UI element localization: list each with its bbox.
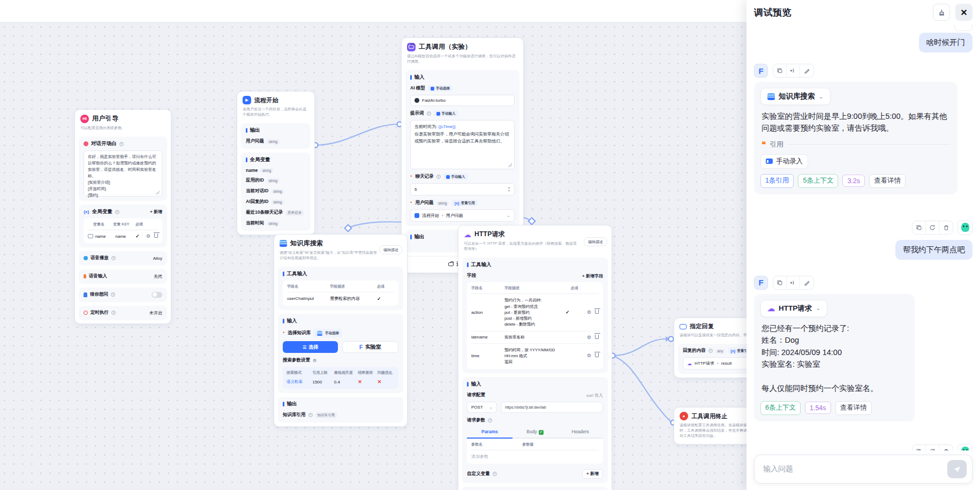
view-detail-button[interactable]: 查看详情 bbox=[869, 174, 906, 188]
search-params-row: 语义检索 1500 0.4 ✕ ✕ bbox=[287, 378, 395, 388]
add-field-button[interactable]: + 新增字段 bbox=[582, 273, 603, 279]
manual-select-badge: 手动选择 bbox=[313, 329, 342, 337]
variable-row[interactable]: name name ✓ ⚙ bbox=[88, 230, 158, 242]
module-dropdown-kb[interactable]: 知识库搜索 ⌄ bbox=[760, 88, 831, 105]
ctime-variable: {{cTime}} bbox=[438, 124, 455, 129]
info-icon: ? bbox=[111, 292, 115, 297]
question-source-select[interactable]: 流程开始 › 用户问题 ⌄ bbox=[410, 209, 515, 222]
delete-field-icon[interactable] bbox=[595, 353, 599, 357]
voice-input-value[interactable]: 关闭 bbox=[154, 274, 162, 280]
copy-icon[interactable] bbox=[773, 64, 787, 77]
voice-play-value[interactable]: Alloy bbox=[153, 256, 162, 261]
global-vars-label: 全局变量 bbox=[92, 208, 112, 215]
copy-icon[interactable] bbox=[913, 221, 926, 234]
url-input[interactable]: https://dxbs7jl.laf.dev/lab bbox=[501, 402, 603, 413]
history-count-input[interactable]: 6 ▲▼ bbox=[410, 183, 515, 195]
add-variable-button[interactable]: + 新增 bbox=[150, 209, 162, 215]
field-row-labname[interactable]: labname 实验室名称 ⚙ bbox=[471, 331, 599, 344]
gear-icon[interactable]: ⚙ bbox=[313, 358, 316, 363]
toolbox-icon bbox=[448, 262, 454, 266]
field-row-time[interactable]: time 预约时间，按 YYYY/MM/DD HH:mm 格式 返回 ⚙ bbox=[471, 344, 599, 368]
guess-ask-icon bbox=[84, 292, 87, 297]
guess-ask-toggle[interactable] bbox=[152, 292, 162, 298]
flow-start-mini-icon bbox=[414, 213, 419, 218]
copy-icon[interactable] bbox=[773, 276, 787, 289]
gv-app-id: 应用的ID bbox=[246, 177, 264, 184]
node-kb-search[interactable]: 知识库搜索 调用“语义检索”和“全文检索”能力，从“知识库”中查找实验室介绍和使… bbox=[274, 234, 408, 427]
edit-message-icon[interactable] bbox=[800, 276, 813, 289]
type-tag: string bbox=[260, 168, 273, 173]
section-input: 输入 bbox=[287, 318, 297, 325]
add-custom-var-button[interactable]: + 新增 bbox=[582, 469, 603, 479]
view-detail-button[interactable]: 查看详情 bbox=[835, 401, 872, 415]
gv-response-id: AI回复的ID bbox=[246, 199, 269, 205]
resize-handle-icon[interactable] bbox=[156, 191, 160, 194]
curl-import-link[interactable]: curl 导入 bbox=[586, 393, 603, 398]
method-select[interactable]: POST⌄ bbox=[467, 402, 497, 413]
prompt-textarea[interactable]: 当前时间为: {{cTime}} 你是实验室助手，用户可能会询问实验室相关介绍或… bbox=[410, 120, 515, 169]
opener-textarea[interactable]: 你好，我是实验室助手，请问有什么可以帮助你的么？如需预约或修改预约的实验室，请提… bbox=[84, 150, 162, 197]
edit-field-icon[interactable]: ⚙ bbox=[587, 335, 591, 340]
citation-count-badge[interactable]: 1条引用 bbox=[760, 174, 794, 188]
user-avatar bbox=[958, 444, 973, 450]
node-subtitle: 可以配置应用的系统参数。 bbox=[80, 125, 165, 131]
close-panel-button[interactable]: ✕ bbox=[955, 4, 973, 21]
tab-headers[interactable]: Headers bbox=[557, 427, 603, 438]
context-count-badge[interactable]: 6条上下文 bbox=[760, 401, 801, 415]
read-aloud-icon[interactable] bbox=[787, 64, 800, 77]
schedule-value[interactable]: 未开启 bbox=[149, 310, 162, 316]
tab-params[interactable]: Params bbox=[467, 427, 512, 438]
chevron-down-icon: ⌄ bbox=[816, 305, 820, 312]
kb-choose-button[interactable]: ☰选择 bbox=[283, 341, 338, 353]
delete-field-icon[interactable] bbox=[595, 310, 599, 314]
quote-label: 引用 bbox=[770, 140, 783, 149]
col-min-relevance: 最低相关度 bbox=[334, 370, 358, 375]
edit-message-icon[interactable] bbox=[800, 64, 813, 77]
context-count-badge[interactable]: 5条上下文 bbox=[798, 174, 838, 188]
delete-icon[interactable] bbox=[939, 445, 953, 450]
retry-icon[interactable] bbox=[926, 445, 939, 450]
http-icon: ☁ bbox=[464, 231, 471, 238]
tab-body[interactable]: Body✓ bbox=[512, 427, 558, 438]
ai-response-card: 知识库搜索 ⌄ 实验室的营业时间是早上9:00到晚上5:00。如果有其他问题或需… bbox=[754, 82, 958, 194]
resize-handle-icon[interactable] bbox=[508, 163, 512, 167]
request-params-label: 请求参数 bbox=[467, 417, 485, 424]
retry-icon[interactable] bbox=[926, 221, 939, 234]
reply-content-label: 回复的内容 bbox=[683, 348, 706, 354]
ai-message-text: 实验室的营业时间是早上9:00到晚上5:00。如果有其他问题或需要预约实验室，请… bbox=[762, 110, 950, 134]
citation-source-tag[interactable]: 手动录入 bbox=[760, 154, 808, 169]
check-icon: ✓ bbox=[566, 310, 578, 315]
clear-history-button[interactable] bbox=[933, 4, 950, 21]
edit-variable-icon[interactable]: ⚙ bbox=[146, 233, 150, 239]
node-title: HTTP请求 bbox=[474, 230, 505, 239]
field-row-action[interactable]: action 预约行为，一共四种: get - 查询预约情况 put - 更新预… bbox=[471, 294, 599, 331]
section-input: 输入 bbox=[414, 74, 425, 81]
read-aloud-icon[interactable] bbox=[787, 276, 800, 289]
send-button[interactable] bbox=[947, 460, 967, 478]
add-param-row[interactable]: 添加参数 bbox=[471, 450, 599, 463]
edit-field-icon[interactable]: ⚙ bbox=[587, 353, 591, 358]
tool-input-row[interactable]: userChatInput 需要检索的内容 ✓ bbox=[287, 292, 394, 305]
kb-selected-chip[interactable]: F实验室 bbox=[342, 341, 398, 353]
node-http-request[interactable]: ☁ HTTP请求 可以发出一个 HTTP 请求，实现更为复杂的操作（联网搜索、数… bbox=[458, 225, 612, 490]
delete-field-icon[interactable] bbox=[595, 335, 599, 339]
kb-search-icon bbox=[280, 240, 287, 247]
module-dropdown-http[interactable]: ☁ HTTP请求 ⌄ bbox=[760, 300, 827, 317]
info-icon: ? bbox=[111, 256, 116, 260]
node-flow-start[interactable]: ▶ 流程开始 当用户发送一个内容后，流程将会从这个模块开始执行。 输出 用户问题… bbox=[237, 91, 315, 235]
node-user-guide[interactable]: Hi 用户引导 可以配置应用的系统参数。 对话开场白 ? 你好，我是实验室助手，… bbox=[74, 109, 171, 324]
delete-variable-icon[interactable] bbox=[154, 233, 158, 238]
col-required: 必须 bbox=[571, 285, 578, 291]
info-icon: ? bbox=[111, 311, 116, 315]
edit-field-icon[interactable]: ⚙ bbox=[587, 310, 591, 315]
ai-model-select[interactable]: FastAI-turbo bbox=[410, 95, 515, 106]
tool-call-icon bbox=[407, 43, 416, 51]
chat-input[interactable]: 输入问题 bbox=[754, 455, 973, 484]
col-rerank: 结果重排 bbox=[358, 370, 377, 375]
copy-icon[interactable] bbox=[913, 445, 926, 450]
stepper-icons[interactable]: ▲▼ bbox=[508, 186, 510, 192]
delete-icon[interactable] bbox=[939, 221, 953, 234]
edit-description-button[interactable]: 编辑描述 bbox=[584, 237, 607, 246]
edit-description-button[interactable]: 编辑描述 bbox=[379, 245, 403, 254]
col-citation-limit: 引用上限 bbox=[312, 370, 334, 375]
